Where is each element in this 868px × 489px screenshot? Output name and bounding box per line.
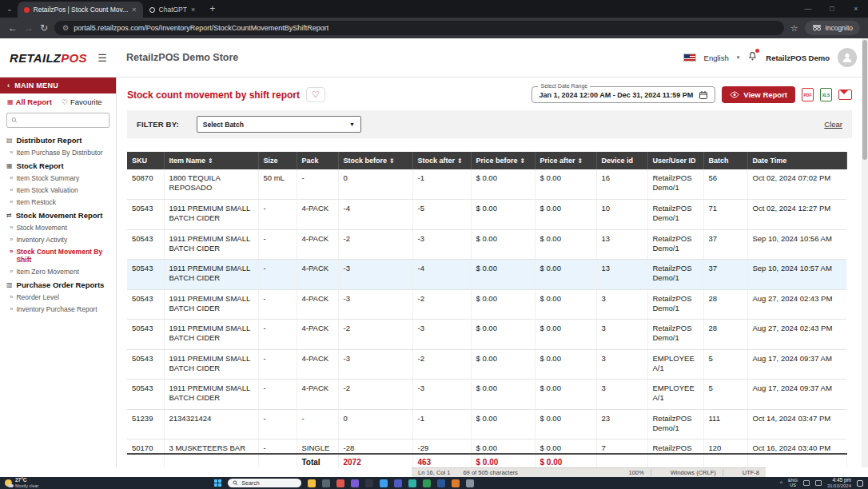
- display-icon[interactable]: [322, 479, 330, 487]
- edge-icon[interactable]: [408, 479, 416, 487]
- account-name[interactable]: RetailzPOS Demo: [766, 54, 830, 62]
- taskbar-clock[interactable]: 4:45 pm 31/10/2024: [827, 478, 851, 488]
- notifications-bell[interactable]: [747, 50, 758, 65]
- excel-icon[interactable]: [423, 479, 431, 487]
- column-header-stock-after[interactable]: Stock after⇕: [412, 152, 471, 169]
- sidebar-item-item-stock-summary[interactable]: »Item Stock Summary: [0, 172, 116, 184]
- start-button[interactable]: [214, 479, 221, 487]
- favourite-report-button[interactable]: ♡: [306, 87, 325, 102]
- export-excel-icon[interactable]: XLS: [820, 88, 832, 101]
- page-scrollbar[interactable]: [862, 38, 868, 467]
- minimize-button[interactable]: —: [796, 5, 820, 13]
- sidebar-item-item-zero-movement[interactable]: »Item Zero Movement: [0, 265, 116, 277]
- sidebar-item-stock-count-movement-by-shift[interactable]: »Stock Count Movement By Shift: [0, 245, 116, 265]
- main-menu-header[interactable]: ‹ MAIN MENU: [0, 78, 116, 93]
- sidebar-search[interactable]: [6, 113, 109, 128]
- us-flag-icon: [683, 54, 696, 62]
- back-icon[interactable]: ←: [8, 22, 18, 34]
- export-pdf-icon[interactable]: PDF: [802, 88, 814, 101]
- hamburger-menu-icon[interactable]: ☰: [98, 52, 107, 64]
- weather-widget[interactable]: 27°C Mostly clear: [5, 478, 38, 488]
- tab-title: ChatGPT: [159, 6, 187, 14]
- sidebar-item-item-restock[interactable]: »Item Restock: [0, 196, 116, 208]
- column-header-price-before[interactable]: Price before⇕: [471, 152, 535, 169]
- tab-close-icon[interactable]: ×: [191, 6, 195, 14]
- chrome-icon[interactable]: [336, 479, 344, 487]
- view-report-button[interactable]: View Report: [722, 86, 795, 103]
- sidebar-item-reorder-level[interactable]: »Reorder Level: [0, 291, 116, 303]
- chevrons-icon: »: [10, 293, 13, 301]
- sort-icon[interactable]: ⇕: [520, 157, 526, 165]
- section-icon: ▤: [6, 137, 13, 144]
- sidebar-item-inventory-activity[interactable]: »Inventory Activity: [0, 233, 116, 245]
- app-body: ‹ MAIN MENU ▦All Report ♡Favourite ▤Dist…: [0, 78, 868, 467]
- taskbar-search[interactable]: Search: [228, 479, 301, 487]
- notification-center-icon[interactable]: [857, 480, 863, 487]
- folder-icon[interactable]: [308, 479, 316, 487]
- column-header-price-after[interactable]: Price after⇕: [535, 152, 596, 169]
- table-row: 505431911 PREMIUM SMALL BATCH CIDER-4-PA…: [127, 320, 846, 350]
- sort-icon[interactable]: ⇕: [208, 157, 213, 165]
- site-info-icon[interactable]: ⚙: [62, 24, 69, 32]
- column-header-item-name[interactable]: Item Name⇕: [164, 152, 258, 169]
- sort-icon[interactable]: ⇕: [578, 157, 583, 165]
- notepad-statusbar: Ln 16, Col 1 69 of 505 characters 100% W…: [412, 467, 766, 477]
- network-icon[interactable]: [815, 480, 822, 486]
- maximize-button[interactable]: □: [820, 5, 844, 13]
- close-button[interactable]: ×: [844, 5, 868, 13]
- avatar[interactable]: [838, 48, 857, 67]
- sidebar-section-distributor-report[interactable]: ▤Distributor Report: [0, 133, 116, 146]
- outlook-icon[interactable]: [452, 479, 460, 487]
- taskbar-app-icons: [308, 479, 474, 487]
- favourite-toggle[interactable]: ♡Favourite: [62, 97, 102, 106]
- batch-select[interactable]: Select Batch ▼: [197, 116, 361, 133]
- sort-icon[interactable]: ⇕: [457, 157, 463, 165]
- browser-tab-retailzpos[interactable]: RetailzPos | Stock Count Mov... ×: [18, 2, 143, 18]
- retailzpos-logo[interactable]: RETAILZPOS: [10, 51, 87, 65]
- language-selector[interactable]: English: [704, 54, 729, 62]
- media-app-icon[interactable]: [365, 479, 373, 487]
- tab-search-icon[interactable]: ⌄: [6, 5, 13, 13]
- table-body-viewport[interactable]: 508701800 TEQUILA REPOSADO50 mL-0-1$ 0.0…: [127, 169, 846, 453]
- sidebar-section-purchase-order-reports[interactable]: ▥Purchase Order Reports: [0, 277, 116, 291]
- sidebar-item-item-stock-valuation[interactable]: »Item Stock Valuation: [0, 184, 116, 196]
- sidebar-item-inventory-purchase-report[interactable]: »Inventory Purchase Report: [0, 303, 116, 315]
- date-range-picker[interactable]: Select Date Range Jan 1, 2024 12:00 AM -…: [532, 86, 715, 103]
- language-indicator[interactable]: ENG US: [788, 479, 798, 487]
- word-icon[interactable]: [437, 479, 445, 487]
- chevron-down-icon[interactable]: ▾: [737, 54, 740, 61]
- all-report-toggle[interactable]: ▦All Report: [7, 97, 52, 106]
- clear-filter-link[interactable]: Clear: [824, 120, 842, 129]
- sort-icon[interactable]: ⇕: [389, 157, 395, 165]
- scrollbar-thumb[interactable]: [862, 40, 867, 160]
- new-tab-button[interactable]: +: [201, 3, 223, 14]
- chevrons-icon: »: [10, 224, 13, 232]
- retailzpos-app: RETAILZPOS ☰ RetailzPOS Demo Store Engli…: [0, 38, 868, 467]
- purple-app-icon[interactable]: [351, 479, 359, 487]
- sidebar-section-stock-movement-report[interactable]: ⇄Stock Movement Report: [0, 208, 116, 221]
- sidebar-item-stock-movement[interactable]: »Stock Movement: [0, 221, 116, 233]
- sidebar-search-input[interactable]: [21, 117, 105, 125]
- teams-icon[interactable]: [394, 479, 402, 487]
- email-report-icon[interactable]: [838, 89, 852, 100]
- forward-icon[interactable]: →: [24, 22, 34, 34]
- background-window-strip: Ln 16, Col 1 69 of 505 characters 100% W…: [0, 467, 868, 477]
- tray-chevron-icon[interactable]: ^: [780, 480, 782, 486]
- total-price-after: $ 0.00: [535, 454, 596, 467]
- table-total-row: Total 2072 463 $ 0.00 $ 0.00: [127, 453, 847, 467]
- sidebar-section-stock-report[interactable]: ▦Stock Report: [0, 158, 116, 172]
- incognito-label: Incognito: [826, 24, 854, 32]
- chatgpt-favicon: [149, 7, 155, 13]
- tab-close-icon[interactable]: ×: [132, 6, 136, 14]
- volume-icon[interactable]: [803, 480, 810, 486]
- url-bar[interactable]: ⚙ portal5.retailzpos.com/Pos/InventoryRe…: [54, 21, 784, 35]
- sidebar-item-item-purchase-by-distributor[interactable]: »Item Purchase By Distributor: [0, 146, 116, 158]
- incognito-badge: Incognito: [805, 21, 861, 35]
- files-app-icon[interactable]: [380, 479, 388, 487]
- column-header-stock-before[interactable]: Stock before⇕: [338, 152, 412, 169]
- bookmark-star-icon[interactable]: ☆: [790, 23, 798, 34]
- main-menu-label: MAIN MENU: [14, 82, 58, 89]
- reload-icon[interactable]: ↻: [40, 22, 48, 34]
- settings-icon[interactable]: [466, 479, 474, 487]
- browser-tab-chatgpt[interactable]: ChatGPT ×: [143, 2, 202, 18]
